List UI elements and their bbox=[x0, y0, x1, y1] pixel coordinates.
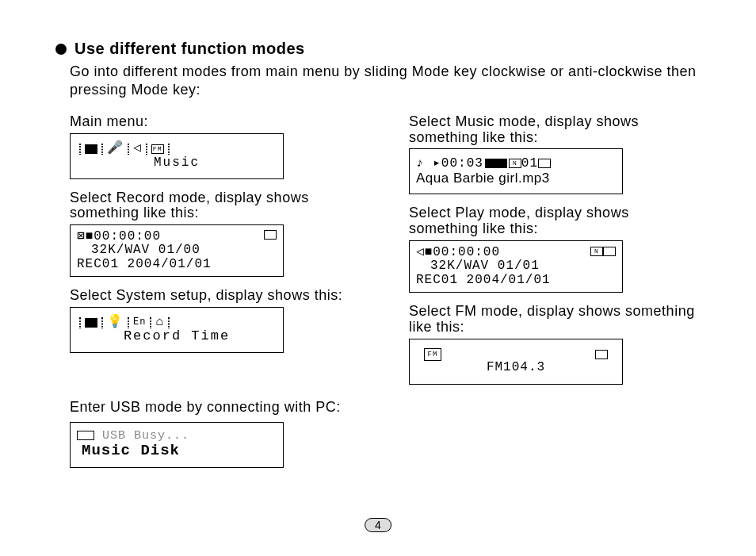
page-number: 4 bbox=[365, 518, 391, 532]
music-block: Select Music mode, display shows somethi… bbox=[409, 114, 701, 195]
record-icon: ⊠ bbox=[77, 229, 86, 243]
fm-top-row: FM bbox=[416, 348, 616, 361]
battery-icon bbox=[538, 159, 551, 168]
play-block: Select Play mode, display shows somethin… bbox=[409, 205, 701, 293]
battery-icon bbox=[595, 350, 608, 359]
separator-icon bbox=[79, 144, 81, 155]
usb-icon bbox=[77, 431, 94, 440]
main-menu-lcd: 🎤 FM Music bbox=[70, 133, 284, 179]
left-column: Main menu: 🎤 FM Music Select Record mode… bbox=[70, 114, 361, 396]
intro-text: Go into different modes from main menu b… bbox=[70, 63, 701, 100]
play-line3: REC01 2004/01/01 bbox=[416, 274, 616, 288]
music-song: Aqua Barbie girl.mp3 bbox=[416, 171, 616, 186]
separator-icon bbox=[168, 317, 170, 328]
usb-line1: USB Busy... bbox=[77, 430, 277, 443]
section-heading-row: Use different function modes bbox=[55, 40, 701, 58]
usb-lcd: USB Busy... Music Disk bbox=[70, 422, 284, 468]
record-line1: ⊠■00:00:00 bbox=[77, 230, 277, 244]
play-lcd: ◁■00:00:00 N 32K/WAV 01/01 REC01 2004/01… bbox=[409, 240, 623, 293]
record-line3: REC01 2004/01/01 bbox=[77, 258, 277, 272]
separator-icon bbox=[79, 317, 81, 328]
bullet-icon bbox=[55, 44, 67, 55]
music-lcd: ♪ ▸00:03N01 Aqua Barbie girl.mp3 bbox=[409, 148, 623, 194]
clock-icon bbox=[85, 318, 97, 328]
music-mode-icon bbox=[85, 144, 97, 154]
play-caption: Select Play mode, display shows somethin… bbox=[409, 205, 701, 237]
main-menu-block: Main menu: 🎤 FM Music bbox=[70, 114, 361, 179]
system-block: Select System setup, display shows this:… bbox=[70, 288, 361, 353]
system-lcd: 💡 En ⌂ Record Time bbox=[70, 307, 284, 353]
separator-icon bbox=[101, 144, 103, 155]
main-menu-caption: Main menu: bbox=[70, 114, 361, 130]
repeat-icon: N bbox=[509, 159, 521, 168]
separator-icon bbox=[101, 317, 103, 328]
record-lcd: ⊠■00:00:00 32K/WAV 01/00 REC01 2004/01/0… bbox=[70, 224, 284, 277]
disk-icon: ⌂ bbox=[155, 316, 164, 330]
system-icons-row: 💡 En ⌂ bbox=[77, 316, 277, 330]
fm-block: Select FM mode, display shows something … bbox=[409, 304, 701, 385]
lang-icon: En bbox=[133, 317, 146, 328]
system-caption: Select System setup, display shows this: bbox=[70, 288, 361, 304]
separator-icon bbox=[146, 144, 147, 155]
usb-caption: Enter USB mode by connecting with PC: bbox=[70, 399, 701, 416]
battery-icon bbox=[603, 247, 616, 256]
separator-icon bbox=[168, 144, 170, 155]
main-menu-icons-row: 🎤 FM bbox=[77, 142, 277, 156]
fm-radio-icon: FM bbox=[424, 348, 441, 361]
music-caption: Select Music mode, display shows somethi… bbox=[409, 114, 701, 146]
record-block: Select Record mode, display shows someth… bbox=[70, 190, 361, 278]
eq-icon bbox=[485, 159, 507, 168]
right-column: Select Music mode, display shows somethi… bbox=[409, 114, 701, 396]
record-line2: 32K/WAV 01/00 bbox=[91, 243, 277, 258]
separator-icon bbox=[128, 317, 129, 328]
speaker-icon bbox=[133, 142, 142, 156]
repeat-icon: N bbox=[590, 247, 603, 256]
play-line2: 32K/WAV 01/01 bbox=[430, 259, 616, 274]
separator-icon bbox=[150, 317, 151, 328]
usb-line2: Music Disk bbox=[82, 443, 277, 459]
record-caption: Select Record mode, display shows someth… bbox=[70, 190, 361, 222]
battery-icon bbox=[264, 230, 277, 240]
system-label: Record Time bbox=[77, 329, 277, 344]
fm-icon: FM bbox=[151, 144, 164, 154]
fm-frequency: FM104.3 bbox=[416, 361, 616, 375]
fm-lcd: FM FM104.3 bbox=[409, 339, 623, 385]
columns: Main menu: 🎤 FM Music Select Record mode… bbox=[70, 114, 701, 396]
music-line1: ♪ ▸00:03N01 bbox=[416, 157, 616, 171]
fm-caption: Select FM mode, display shows something … bbox=[409, 304, 701, 336]
play-line1: ◁■00:00:00 N bbox=[416, 246, 616, 260]
section-heading: Use different function modes bbox=[74, 40, 305, 58]
light-icon: 💡 bbox=[107, 316, 124, 330]
mic-icon: 🎤 bbox=[107, 142, 124, 156]
main-menu-label: Music bbox=[77, 156, 277, 171]
separator-icon bbox=[128, 144, 129, 155]
